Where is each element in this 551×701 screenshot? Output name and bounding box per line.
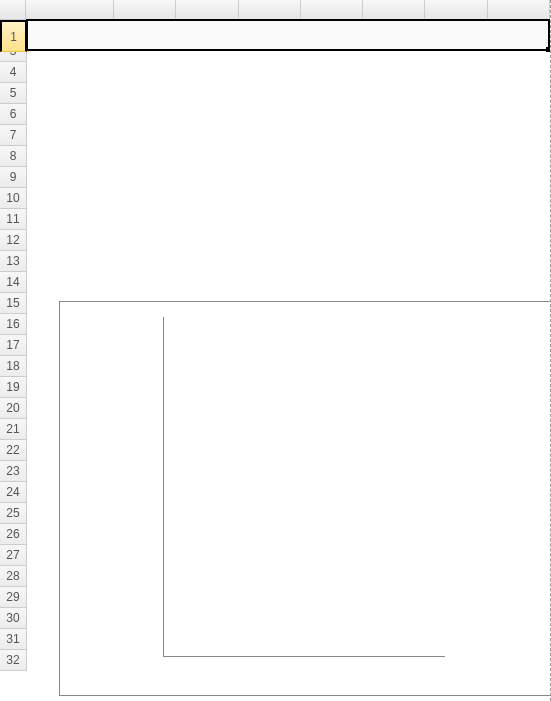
row-header-28[interactable]: 28 [0,566,27,587]
row-header-8[interactable]: 8 [0,146,27,167]
row-header-15[interactable]: 15 [0,293,27,314]
row-header-13[interactable]: 13 [0,251,27,272]
selection-box [26,19,550,51]
col-header-d[interactable] [239,0,301,19]
row-header-29[interactable]: 29 [0,587,27,608]
row-header-19[interactable]: 19 [0,377,27,398]
row-header-22[interactable]: 22 [0,440,27,461]
embedded-chart[interactable] [59,301,551,696]
row-headers: 1 2 3 4 5 6 7 8 9 10 11 12 13 14 15 16 1… [0,20,27,701]
col-header-a[interactable] [26,0,114,19]
row-header-7[interactable]: 7 [0,125,27,146]
select-all-corner[interactable] [0,0,26,19]
row-header-17[interactable]: 17 [0,335,27,356]
col-header-g[interactable] [425,0,487,19]
row-header-14[interactable]: 14 [0,272,27,293]
row-header-21[interactable]: 21 [0,419,27,440]
row-header-11[interactable]: 11 [0,209,27,230]
row-header-27[interactable]: 27 [0,545,27,566]
col-header-f[interactable] [363,0,425,19]
col-header-c[interactable] [176,0,238,19]
chart-plot-area [163,317,445,657]
fill-handle[interactable] [546,47,551,52]
row-header-18[interactable]: 18 [0,356,27,377]
spreadsheet-sheet: 1 2 3 4 5 6 7 8 9 10 11 12 13 14 15 16 1… [0,0,551,701]
row-header-10[interactable]: 10 [0,188,27,209]
col-header-b[interactable] [114,0,176,19]
row-header-25[interactable]: 25 [0,503,27,524]
row-header-12[interactable]: 12 [0,230,27,251]
row-header-23[interactable]: 23 [0,461,27,482]
column-headers [0,0,550,20]
row-header-20[interactable]: 20 [0,398,27,419]
row-header-9[interactable]: 9 [0,167,27,188]
row-header-16[interactable]: 16 [0,314,27,335]
row-header-6[interactable]: 6 [0,104,27,125]
row-header-31[interactable]: 31 [0,629,27,650]
row-header-4[interactable]: 4 [0,62,27,83]
cell-grid[interactable] [27,20,550,701]
row-header-30[interactable]: 30 [0,608,27,629]
row-header-5[interactable]: 5 [0,83,27,104]
col-header-e[interactable] [301,0,363,19]
row-header-1[interactable]: 1 [0,20,27,52]
col-header-h[interactable] [488,0,550,19]
row-header-32[interactable]: 32 [0,650,27,671]
row-header-24[interactable]: 24 [0,482,27,503]
row-header-26[interactable]: 26 [0,524,27,545]
